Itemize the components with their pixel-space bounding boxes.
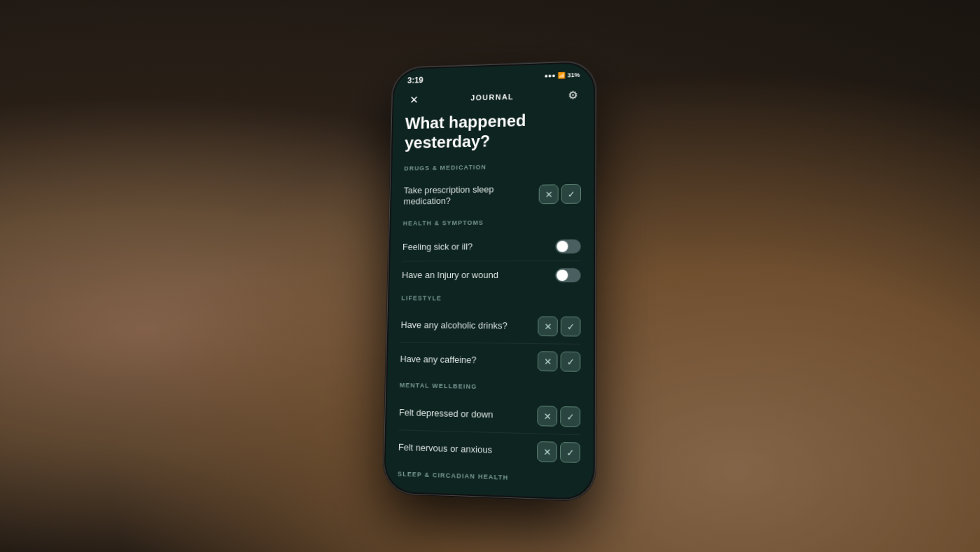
yes-button-alcoholic[interactable]: ✓: [561, 317, 581, 337]
section-label-drugs: DRUGS & MEDICATION: [404, 162, 581, 172]
yes-button-prescription[interactable]: ✓: [561, 184, 581, 204]
status-icons: ●●● 📶 31%: [544, 71, 580, 79]
journal-title: JOURNAL: [470, 92, 514, 102]
no-icon: ✕: [543, 411, 551, 422]
yn-buttons-nervous: ✕ ✓: [537, 441, 580, 463]
no-icon: ✕: [545, 189, 552, 200]
no-button-caffeine[interactable]: ✕: [538, 352, 558, 372]
section-mental-wellbeing: MENTAL WELLBEING Felt depressed or down …: [398, 382, 580, 471]
item-label-injury-wound: Have an Injury or wound: [402, 270, 512, 282]
item-label-caffeine: Have any caffeine?: [400, 354, 510, 367]
section-drugs-medication: DRUGS & MEDICATION Take prescription sle…: [403, 162, 581, 215]
no-icon: ✕: [544, 322, 552, 332]
phone-outer-shell: 3:19 ●●● 📶 31% ✕ JOURNAL ⚙ What hap: [383, 61, 596, 502]
list-item-feeling-sick: Feeling sick or ill?: [402, 233, 581, 262]
item-label-nervous: Felt nervous or anxious: [398, 442, 510, 457]
battery-icon: 31%: [568, 71, 580, 78]
status-time: 3:19: [407, 76, 424, 85]
section-label-mental: MENTAL WELLBEING: [400, 382, 581, 392]
list-item-depressed: Felt depressed or down ✕ ✓: [398, 396, 580, 435]
yes-icon: ✓: [566, 447, 574, 458]
no-icon: ✕: [544, 356, 552, 367]
scroll-content[interactable]: What happened yesterday? DRUGS & MEDICAT…: [385, 109, 594, 490]
yes-button-nervous[interactable]: ✓: [560, 442, 580, 463]
gear-icon: ⚙: [568, 88, 578, 102]
no-button-nervous[interactable]: ✕: [537, 441, 557, 462]
section-label-lifestyle: LIFESTYLE: [401, 295, 580, 303]
page-title: What happened yesterday?: [405, 109, 581, 153]
list-item-alcoholic: Have any alcoholic drinks? ✕ ✓: [400, 309, 580, 345]
yes-icon: ✓: [566, 357, 574, 368]
section-label-health: HEALTH & SYMPTOMS: [403, 219, 581, 227]
item-label-alcoholic: Have any alcoholic drinks?: [400, 319, 511, 332]
list-item-screened-device: Read (non-screened device) while in bed?…: [397, 485, 580, 490]
item-label-prescription-sleep: Take prescription sleep medication?: [403, 184, 512, 208]
item-label-depressed: Felt depressed or down: [399, 407, 510, 422]
wifi-icon: 📶: [558, 72, 566, 79]
toggle-feeling-sick[interactable]: [555, 240, 581, 254]
section-label-sleep: SLEEP & CIRCADIAN HEALTH: [398, 471, 580, 484]
no-button-prescription[interactable]: ✕: [539, 185, 559, 205]
yes-icon: ✓: [567, 189, 575, 200]
section-lifestyle: LIFESTYLE Have any alcoholic drinks? ✕ ✓: [400, 295, 581, 380]
section-health-symptoms: HEALTH & SYMPTOMS Feeling sick or ill? H…: [402, 219, 581, 290]
yn-buttons-prescription: ✕ ✓: [539, 184, 581, 205]
yes-icon: ✓: [566, 322, 574, 332]
toggle-knob-injury-wound: [556, 270, 568, 281]
yes-icon: ✓: [566, 411, 574, 422]
no-button-alcoholic[interactable]: ✕: [538, 317, 558, 337]
no-icon: ✕: [543, 446, 551, 457]
yn-buttons-caffeine: ✕ ✓: [538, 352, 580, 373]
close-icon: ✕: [409, 93, 418, 106]
item-label-feeling-sick: Feeling sick or ill?: [402, 241, 512, 253]
close-button[interactable]: ✕: [405, 91, 421, 107]
settings-button[interactable]: ⚙: [564, 86, 581, 103]
phone-device: 3:19 ●●● 📶 31% ✕ JOURNAL ⚙ What hap: [383, 61, 596, 502]
phone-screen: 3:19 ●●● 📶 31% ✕ JOURNAL ⚙ What hap: [385, 63, 594, 499]
list-item-prescription-sleep: Take prescription sleep medication? ✕ ✓: [403, 175, 581, 214]
no-button-depressed[interactable]: ✕: [537, 406, 557, 427]
yn-buttons-depressed: ✕ ✓: [537, 406, 580, 427]
toggle-injury-wound[interactable]: [555, 268, 581, 282]
yn-buttons-alcoholic: ✕ ✓: [538, 317, 580, 337]
yes-button-caffeine[interactable]: ✓: [561, 352, 581, 372]
list-item-nervous: Felt nervous or anxious ✕ ✓: [398, 431, 580, 471]
list-item-caffeine: Have any caffeine? ✕ ✓: [400, 343, 580, 379]
yes-button-depressed[interactable]: ✓: [560, 406, 580, 427]
list-item-injury-wound: Have an Injury or wound: [402, 261, 581, 289]
signal-icon: ●●●: [544, 72, 555, 79]
section-sleep-circadian: SLEEP & CIRCADIAN HEALTH Read (non-scree…: [396, 471, 580, 490]
toggle-knob-feeling-sick: [556, 241, 568, 252]
